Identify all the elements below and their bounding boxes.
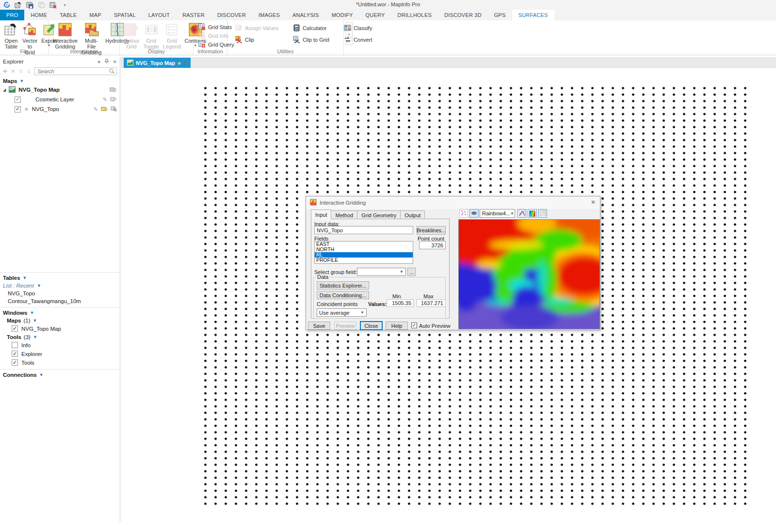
calculator-button[interactable]: Calculator	[293, 24, 329, 32]
close-table-icon[interactable]	[49, 1, 57, 9]
tool-checkbox-explorer[interactable]	[12, 351, 18, 357]
convert-button[interactable]: Convert	[344, 36, 372, 43]
explorer-add-icon[interactable]: ✛	[3, 68, 7, 75]
quick-access-options-icon[interactable]: ▾	[61, 1, 68, 9]
max-value-field[interactable]: 1637.271	[417, 299, 446, 307]
tool-item-info[interactable]: Info	[0, 341, 120, 350]
ribbon-tab-map[interactable]: MAP	[83, 10, 107, 20]
search-icon[interactable]	[109, 68, 115, 75]
layer-style-icon[interactable]	[101, 106, 108, 113]
table-item-nvg-topo[interactable]: NVG_Topo	[0, 290, 120, 297]
explorer-remove-icon[interactable]: ✕	[11, 68, 15, 75]
ribbon-tab-discover3d[interactable]: DISCOVER 3D	[438, 10, 488, 20]
ribbon-tab-discover[interactable]: DISCOVER	[211, 10, 252, 20]
ribbon-tab-modify[interactable]: MODIFY	[325, 10, 359, 20]
clip-to-grid-button[interactable]: Clip to Grid	[293, 36, 329, 43]
layer-row-cosmetic[interactable]: Cosmetic Layer ✎	[0, 95, 120, 104]
map-options-icon[interactable]	[110, 86, 117, 94]
tools-subsection-header[interactable]: Tools (3) ▼	[0, 333, 120, 341]
mapinfo-window: ▾ *Untitled.wor - MapInfo Pro PRO HOME T…	[0, 0, 776, 532]
explorer-menu-icon[interactable]: ▾	[98, 59, 100, 64]
classify-button[interactable]: Classify	[344, 24, 372, 32]
ribbon-tab-layout[interactable]: LAYOUT	[142, 10, 176, 20]
colour-ramp-button[interactable]	[528, 209, 537, 218]
tool-item-tools[interactable]: Tools	[0, 358, 120, 367]
explorer-move-down-icon[interactable]: ⇩	[27, 68, 31, 75]
ribbon-tab-images[interactable]: IMAGES	[252, 10, 286, 20]
field-item-north[interactable]: NORTH	[315, 247, 413, 252]
ribbon-tab-home[interactable]: HOME	[24, 10, 53, 20]
select-group-field-combo[interactable]: ▼	[357, 268, 406, 276]
layer-style-icon[interactable]	[110, 96, 117, 103]
ribbon-tab-spatial[interactable]: SPATIAL	[108, 10, 142, 20]
histogram-button[interactable]	[517, 209, 526, 218]
dialog-title-bar[interactable]: Interactive Gridding	[306, 196, 600, 209]
statistics-explorer-button[interactable]: Statistics Explorer...	[317, 281, 369, 290]
breaklines-button[interactable]: Breaklines...	[417, 226, 446, 235]
ribbon-tab-gps[interactable]: GPS	[488, 10, 512, 20]
ribbon-tab-surfaces[interactable]: SURFACES	[512, 10, 554, 20]
ribbon-tab-pro[interactable]: PRO	[0, 10, 24, 20]
list-mode-dropdown-icon: ▼	[37, 283, 41, 288]
field-item-profile[interactable]: PROFILE	[315, 258, 413, 263]
search-input[interactable]	[37, 68, 109, 74]
maps-sub-collapse-icon: ▼	[32, 318, 37, 323]
show-points-toggle-button[interactable]	[459, 209, 468, 218]
nvg-topo-checkbox[interactable]	[15, 106, 21, 113]
maps-subsection-header[interactable]: Maps (1) ▼	[0, 317, 120, 324]
coincident-points-combo[interactable]: Use average ▼	[317, 308, 367, 317]
connections-section-header[interactable]: Connections▼	[0, 371, 120, 379]
close-button[interactable]: Close	[360, 321, 383, 330]
tool-checkbox-tools[interactable]	[12, 359, 18, 366]
explorer-move-up-icon[interactable]: ⇧	[18, 68, 23, 75]
ellipse-toggle-button[interactable]	[469, 209, 479, 218]
layer-zoom-icon[interactable]	[111, 106, 117, 113]
open-table-quick-icon[interactable]	[15, 1, 22, 9]
layer-row-nvg-topo[interactable]: ★ NVG_Topo ✎	[0, 104, 120, 114]
data-conditioning-button[interactable]: Data Conditioning...	[317, 291, 369, 299]
tables-section-header[interactable]: Tables▼	[0, 274, 120, 282]
tool-checkbox-info[interactable]	[12, 342, 18, 348]
tool-item-explorer[interactable]: Explorer	[0, 350, 120, 358]
document-tab-nvg-topo-map[interactable]: NVG_Topo Map ◆ ✕	[124, 58, 191, 68]
expand-icon[interactable]: ◢	[3, 88, 6, 92]
hillshade-button[interactable]	[538, 209, 547, 218]
ribbon-tab-drillholes[interactable]: DRILLHOLES	[391, 10, 438, 20]
dialog-icon	[310, 199, 317, 207]
dialog-tab-method[interactable]: Method	[331, 210, 357, 219]
window-checkbox[interactable]	[12, 325, 18, 332]
layer-edit-icon[interactable]: ✎	[94, 106, 98, 113]
ribbon-tab-table[interactable]: TABLE	[53, 10, 83, 20]
layer-edit-icon[interactable]: ✎	[103, 97, 107, 103]
tables-list-mode[interactable]: List : Recent▼	[0, 282, 120, 290]
dialog-close-icon[interactable]: ✕	[591, 199, 596, 206]
window-item-nvg-topo-map[interactable]: NVG_Topo Map	[0, 324, 120, 333]
sun-terrain-icon	[540, 210, 546, 217]
ribbon-tab-query[interactable]: QUERY	[359, 10, 391, 20]
tab-close-icon[interactable]: ✕	[183, 60, 187, 65]
dialog-tab-grid-geometry[interactable]: Grid Geometry	[357, 210, 401, 219]
open-table-button[interactable]: Open Table	[2, 21, 20, 50]
ribbon-tab-analysis[interactable]: ANALYSIS	[286, 10, 325, 20]
browse-group-field-button[interactable]: ...	[407, 268, 416, 276]
table-item-contour[interactable]: Contour_Tawangmangu_10m	[0, 297, 120, 305]
save-workspace-icon[interactable]	[26, 1, 33, 9]
explorer-close-icon[interactable]: ✕	[113, 59, 117, 64]
explorer-pin-icon[interactable]	[104, 59, 109, 65]
auto-preview-checkbox[interactable]	[411, 322, 417, 328]
maps-section-header[interactable]: Maps▼	[0, 77, 120, 85]
windows-section-header[interactable]: Windows▼	[0, 308, 120, 317]
layer-star-icon[interactable]: ★	[24, 106, 29, 113]
clip-button[interactable]: Clip	[235, 36, 278, 43]
colormap-combo[interactable]: Rainbow4... ▼	[480, 209, 515, 218]
min-value-field[interactable]: 1505.35	[387, 299, 414, 307]
dialog-tab-output[interactable]: Output	[400, 210, 425, 219]
dialog-tab-input[interactable]: Input	[311, 210, 331, 219]
cosmetic-layer-checkbox[interactable]	[15, 97, 21, 103]
save-button[interactable]: Save	[308, 322, 330, 330]
map-root-row[interactable]: ◢ NVG_Topo Map	[0, 85, 120, 95]
help-button[interactable]: Help	[386, 322, 408, 330]
ribbon-tab-raster[interactable]: RASTER	[176, 10, 211, 20]
interactive-gridding-button[interactable]: Interactive Gridding	[51, 21, 79, 50]
input-data-field[interactable]: NVG_Topo	[314, 226, 413, 234]
